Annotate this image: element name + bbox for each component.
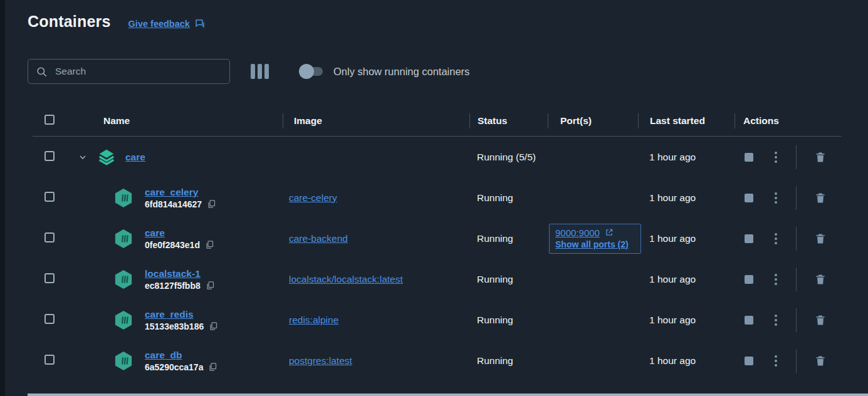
window-left-edge [0,0,5,396]
kebab-menu-icon[interactable] [773,191,778,205]
container-name-link[interactable]: care [145,227,214,239]
image-link[interactable]: care-backend [289,233,348,244]
container-status: Running [469,192,548,204]
header-name: Name [74,113,283,128]
header-last-started: Last started [638,113,735,128]
last-started: 1 hour ago [638,192,735,204]
container-name-link[interactable]: care_db [145,350,217,361]
last-started: 1 hour ago [638,355,735,367]
horizontal-scrollbar[interactable] [28,393,868,396]
container-icon [114,188,133,208]
container-icon [114,229,133,249]
chat-icon [194,18,206,29]
trash-icon[interactable] [814,313,827,327]
container-row: care_redis 15133e83b186 redis:alpine Run… [33,300,842,340]
containers-page: Containers Give feedback [5,0,868,396]
stop-icon[interactable] [745,194,753,202]
container-id: 15133e83b186 [145,321,204,331]
group-last-started: 1 hour ago [638,152,735,163]
container-row: care_celery 6fd814a14627 care-celery Run… [33,177,842,218]
port-link[interactable]: 9000:9000 [555,227,600,238]
compose-stack-icon [97,148,116,167]
container-row: care 0fe0f2843e1d care-backend Running [33,218,842,259]
copy-icon[interactable] [208,362,217,372]
page-title: Containers [28,13,111,31]
actions-divider [796,268,797,291]
running-only-toggle[interactable]: Only show running containers [299,66,469,78]
container-icon [114,310,133,330]
group-status: Running (5/5) [469,152,548,163]
actions-divider [796,349,797,373]
image-link[interactable]: localstack/localstack:latest [289,274,403,284]
row-checkbox[interactable] [44,192,55,202]
stop-icon[interactable] [745,357,753,365]
table-header-row: Name Image Status Port(s) Last started A… [33,106,842,137]
toggle-switch[interactable] [299,66,324,77]
header-ports: Port(s) [548,113,638,128]
kebab-menu-icon[interactable] [773,232,778,246]
group-row-care: care Running (5/5) 1 hour ago [33,137,842,177]
container-id: ec8127f5fbb8 [145,281,201,291]
row-checkbox[interactable] [44,151,55,161]
header-image: Image [283,113,469,128]
trash-icon[interactable] [814,150,827,164]
trash-icon[interactable] [814,354,827,368]
toggle-label: Only show running containers [333,66,469,78]
give-feedback[interactable]: Give feedback [128,18,206,29]
actions-divider [796,308,797,332]
last-started: 1 hour ago [638,233,735,244]
stop-icon[interactable] [745,316,753,325]
column-view-icon[interactable] [251,64,269,79]
container-id: 0fe0f2843e1d [145,240,200,250]
stop-icon[interactable] [745,234,753,243]
chevron-down-icon[interactable] [78,152,88,162]
search-box[interactable] [28,59,230,84]
open-external-icon[interactable] [605,228,614,237]
copy-icon[interactable] [207,199,216,209]
header-status: Status [469,113,548,128]
row-checkbox[interactable] [44,273,55,283]
actions-divider [796,186,797,210]
kebab-menu-icon[interactable] [773,273,778,286]
kebab-menu-icon[interactable] [773,150,778,164]
row-checkbox[interactable] [44,314,55,324]
header-actions: Actions [735,113,842,128]
actions-divider [796,145,797,169]
last-started: 1 hour ago [638,274,735,285]
copy-icon[interactable] [206,281,215,290]
trash-icon[interactable] [814,273,827,286]
container-name-link[interactable]: care_celery [145,187,216,198]
stop-icon[interactable] [745,153,753,162]
search-icon [36,66,48,78]
row-checkbox[interactable] [44,355,55,365]
group-name-link[interactable]: care [125,152,145,163]
search-input[interactable] [55,66,222,77]
page-header: Containers Give feedback [28,13,868,31]
container-status: Running [469,355,548,367]
image-link[interactable]: postgres:latest [289,355,352,366]
container-status: Running [469,274,548,285]
container-status: Running [469,233,548,244]
container-id: 6a5290cca17a [145,362,203,372]
stop-icon[interactable] [745,275,753,284]
container-name-link[interactable]: care_redis [145,309,218,320]
container-id: 6fd814a14627 [145,199,202,209]
last-started: 1 hour ago [638,315,735,326]
toolbar: Only show running containers [28,59,868,84]
copy-icon[interactable] [209,321,218,331]
trash-icon[interactable] [814,191,827,205]
kebab-menu-icon[interactable] [773,354,778,368]
kebab-menu-icon[interactable] [773,313,778,327]
select-all-checkbox[interactable] [44,115,55,125]
give-feedback-link[interactable]: Give feedback [128,19,190,29]
row-checkbox[interactable] [44,232,55,242]
trash-icon[interactable] [814,232,827,246]
image-link[interactable]: care-celery [289,192,337,203]
copy-icon[interactable] [205,240,214,249]
container-name-link[interactable]: localstack-1 [145,268,215,279]
show-all-ports-link[interactable]: Show all ports (2) [555,239,629,249]
container-row: care_db 6a5290cca17a postgres:latest Run… [33,340,842,381]
actions-divider [796,227,797,251]
containers-table: Name Image Status Port(s) Last started A… [33,106,842,381]
image-link[interactable]: redis:alpine [289,315,338,325]
